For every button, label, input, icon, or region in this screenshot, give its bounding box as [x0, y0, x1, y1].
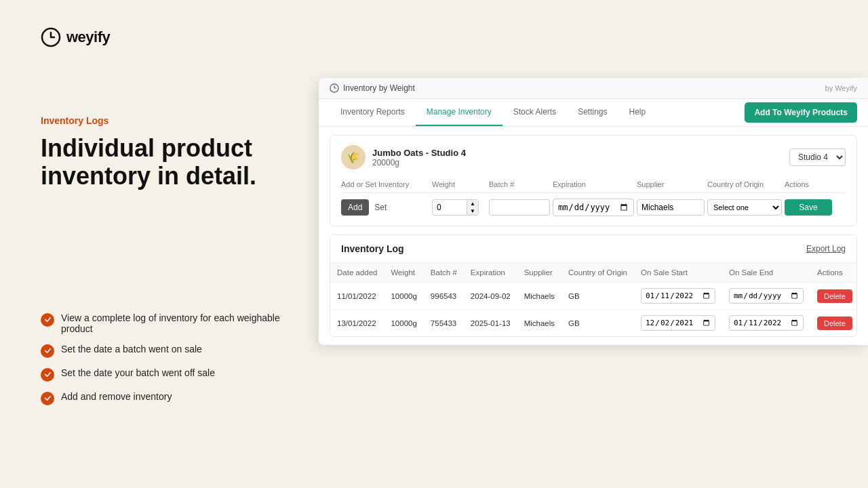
tab-help[interactable]: Help: [618, 99, 657, 126]
add-button[interactable]: Add: [341, 199, 369, 216]
supplier-input[interactable]: [637, 199, 705, 216]
set-button[interactable]: Set: [372, 199, 389, 216]
product-info: 🌾 Jumbo Oats - Studio 4 20000g: [341, 145, 466, 169]
product-card: 🌾 Jumbo Oats - Studio 4 20000g Studio 4 …: [330, 135, 857, 226]
hero-title: Individual product inventory in detail.: [41, 134, 298, 190]
col-expiration: Expiration: [553, 180, 634, 188]
actions-cell: Delete Save: [817, 289, 857, 303]
check-icon: [41, 313, 54, 327]
tab-stock-alerts[interactable]: Stock Alerts: [502, 99, 567, 126]
titlebar-title: Inventory by Weight: [343, 83, 415, 93]
feature-text: Add and remove inventory: [61, 391, 172, 402]
cell-actions: Delete Save: [810, 310, 857, 337]
tab-manage-inventory[interactable]: Manage Inventory: [416, 99, 502, 126]
inv-form-row: Add Set ▲ ▼ Select one GB US Save: [341, 199, 846, 216]
product-header: 🌾 Jumbo Oats - Studio 4 20000g Studio 4: [341, 145, 846, 169]
col-country: Country of Origin: [707, 180, 782, 188]
product-name: Jumbo Oats - Studio 4: [372, 148, 466, 158]
cell-expiration: 2024-09-02: [464, 283, 517, 310]
cell-on-sale-end[interactable]: [722, 283, 810, 310]
delete-button[interactable]: Delete: [817, 289, 852, 303]
cell-weight: 10000g: [384, 283, 423, 310]
cell-batch: 755433: [424, 310, 464, 337]
on-sale-end-input[interactable]: [729, 315, 804, 331]
col-batch: Batch #: [489, 180, 550, 188]
cell-on-sale-start[interactable]: [634, 310, 722, 337]
product-avatar: 🌾: [341, 145, 366, 169]
add-to-weyify-button[interactable]: Add To Weyify Products: [745, 102, 857, 123]
table-row: 13/01/2022 10000g 755433 2025-01-13 Mich…: [330, 310, 857, 337]
weight-input-wrapper: ▲ ▼: [432, 199, 486, 216]
studio-select[interactable]: Studio 4: [789, 148, 846, 166]
weight-down-spinner[interactable]: ▼: [467, 207, 478, 215]
on-sale-start-input[interactable]: [641, 288, 715, 304]
cell-date-added: 13/01/2022: [330, 310, 384, 337]
th-actions: Actions: [810, 263, 857, 283]
tab-settings[interactable]: Settings: [567, 99, 618, 126]
col-add-set: Add or Set Inventory: [341, 180, 429, 188]
th-expiration: Expiration: [464, 263, 517, 283]
on-sale-start-input[interactable]: [641, 315, 715, 331]
app-window: Inventory by Weight by Weyify Inventory …: [319, 78, 868, 345]
th-on-sale-start: On Sale Start: [634, 263, 722, 283]
cell-date-added: 11/01/2022: [330, 283, 384, 310]
cell-on-sale-end[interactable]: [722, 310, 810, 337]
country-select[interactable]: Select one GB US: [707, 199, 782, 216]
feature-item: Set the date your batch went off sale: [41, 367, 298, 382]
titlebar-icon: [330, 83, 339, 93]
cell-on-sale-start[interactable]: [634, 283, 722, 310]
inv-log-header: Inventory Log Export Log: [330, 235, 856, 262]
feature-text: Set the date your batch went off sale: [61, 367, 215, 378]
export-log-link[interactable]: Export Log: [806, 244, 846, 253]
inventory-log-section: Inventory Log Export Log Date added Weig…: [330, 235, 857, 337]
table-row: 11/01/2022 10000g 996543 2024-09-02 Mich…: [330, 283, 857, 310]
log-table: Date added Weight Batch # Expiration Sup…: [330, 262, 857, 336]
th-weight: Weight: [384, 263, 423, 283]
cell-supplier: Michaels: [517, 310, 561, 337]
actions-cell: Delete Save: [817, 317, 857, 330]
col-supplier: Supplier: [637, 180, 705, 188]
log-table-header-row: Date added Weight Batch # Expiration Sup…: [330, 263, 857, 283]
nav-tabs: Inventory Reports Manage Inventory Stock…: [330, 99, 656, 126]
titlebar-left: Inventory by Weight: [330, 83, 415, 93]
left-panel: weyify Inventory Logs Individual product…: [41, 27, 298, 405]
tab-inventory-reports[interactable]: Inventory Reports: [330, 99, 416, 126]
check-icon: [41, 344, 54, 358]
cell-country: GB: [561, 283, 634, 310]
feature-item: View a complete log of inventory for eac…: [41, 312, 298, 334]
inv-form-header: Add or Set Inventory Weight Batch # Expi…: [341, 180, 846, 193]
inv-log-title: Inventory Log: [341, 243, 404, 254]
check-icon: [41, 368, 54, 382]
app-titlebar: Inventory by Weight by Weyify: [319, 78, 868, 99]
form-save-button[interactable]: Save: [785, 199, 832, 216]
cell-country: GB: [561, 310, 634, 337]
batch-input[interactable]: [489, 199, 550, 216]
logo-icon: [41, 27, 61, 47]
product-weight: 20000g: [372, 158, 466, 167]
on-sale-end-input[interactable]: [729, 288, 804, 304]
titlebar-by: by Weyify: [825, 84, 857, 92]
feature-text: Set the date a batch went on sale: [61, 344, 202, 354]
weight-up-spinner[interactable]: ▲: [467, 200, 478, 207]
logo-text: weyify: [66, 28, 110, 46]
cell-supplier: Michaels: [517, 283, 561, 310]
th-batch: Batch #: [424, 263, 464, 283]
weight-input[interactable]: [432, 199, 467, 216]
th-on-sale-end: On Sale End: [722, 263, 810, 283]
weight-spinners: ▲ ▼: [467, 199, 479, 216]
feature-item: Set the date a batch went on sale: [41, 344, 298, 358]
app-nav: Inventory Reports Manage Inventory Stock…: [319, 99, 868, 127]
features-list: View a complete log of inventory for eac…: [41, 312, 298, 405]
check-icon: [41, 392, 54, 405]
cell-expiration: 2025-01-13: [464, 310, 517, 337]
cell-weight: 10000g: [384, 310, 423, 337]
logo: weyify: [41, 27, 298, 47]
delete-button[interactable]: Delete: [817, 317, 852, 330]
th-country: Country of Origin: [561, 263, 634, 283]
cell-actions: Delete Save: [810, 283, 857, 310]
product-details: Jumbo Oats - Studio 4 20000g: [372, 148, 466, 167]
th-supplier: Supplier: [517, 263, 561, 283]
th-date-added: Date added: [330, 263, 384, 283]
expiration-input[interactable]: [553, 199, 634, 216]
feature-text: View a complete log of inventory for eac…: [61, 312, 298, 334]
